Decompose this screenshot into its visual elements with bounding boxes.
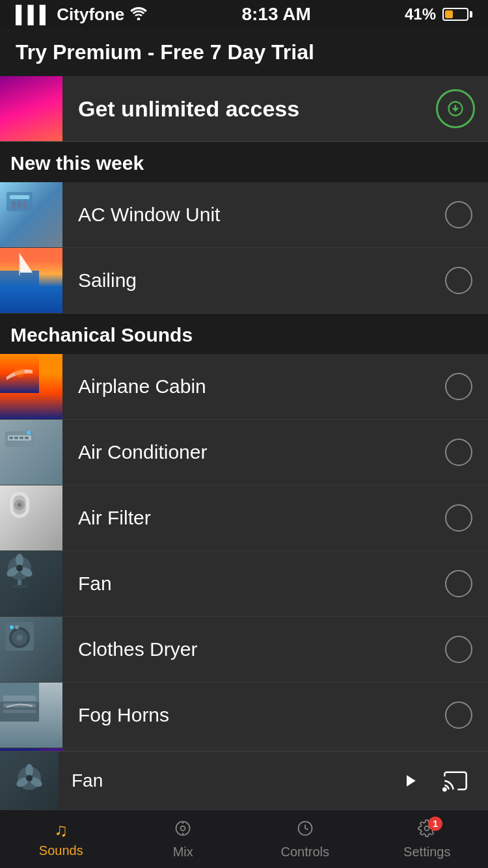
sound-radio-fan[interactable] <box>445 570 472 597</box>
tab-mix-label: Mix <box>173 845 193 860</box>
status-left: ▌▌▌ Cityfone <box>16 5 148 25</box>
tab-settings-label: Settings <box>403 845 450 860</box>
svg-point-50 <box>26 775 33 781</box>
thumb-air-filter <box>0 485 62 550</box>
thumb-fan <box>0 551 62 616</box>
svg-point-9 <box>8 252 18 259</box>
signal-icon: ▌▌▌ <box>16 5 51 25</box>
tab-sounds[interactable]: ♫ Sounds <box>0 810 122 868</box>
svg-rect-40 <box>3 710 36 713</box>
svg-point-18 <box>27 431 31 435</box>
mix-icon <box>174 819 192 842</box>
now-playing-bar: Fan <box>0 751 488 809</box>
sounds-icon: ♫ <box>54 820 68 841</box>
svg-rect-17 <box>25 437 29 439</box>
premium-arrow-icon[interactable] <box>436 89 475 128</box>
svg-point-11 <box>14 367 25 377</box>
svg-point-35 <box>15 625 19 629</box>
try-premium-label: Try Premium - Free 7 Day Trial <box>16 40 314 64</box>
svg-rect-3 <box>12 201 16 209</box>
sound-label-sailing: Sailing <box>62 269 445 292</box>
sound-item-airplane[interactable]: Airplane Cabin <box>0 354 488 420</box>
svg-point-53 <box>181 826 185 830</box>
play-button[interactable] <box>390 761 429 800</box>
wifi-icon <box>129 5 148 25</box>
svg-rect-15 <box>14 437 18 439</box>
sound-radio-dryer[interactable] <box>445 636 472 663</box>
svg-point-22 <box>18 503 21 507</box>
sound-item-fog[interactable]: Fog Horns <box>0 683 488 748</box>
sound-label-dryer: Clothes Dryer <box>62 638 445 660</box>
sound-label-air-cond: Air Conditioner <box>62 441 445 463</box>
sound-item-air-filter[interactable]: Air Filter <box>0 485 488 551</box>
tab-bar: ♫ Sounds Mix Controls <box>0 809 488 868</box>
svg-point-27 <box>16 565 23 571</box>
premium-banner[interactable]: Get unlimited access <box>0 76 488 142</box>
sound-item-dryer[interactable]: Clothes Dryer <box>0 617 488 683</box>
sound-label-air-filter: Air Filter <box>62 507 445 529</box>
now-playing-label: Fan <box>59 770 390 791</box>
premium-banner-title: Get unlimited access <box>78 96 420 122</box>
svg-marker-7 <box>20 253 33 273</box>
svg-point-33 <box>16 634 23 641</box>
svg-point-34 <box>10 625 14 629</box>
premium-banner-content: Get unlimited access <box>62 83 436 135</box>
settings-badge-container: 1 <box>418 819 436 842</box>
battery-percent: 41% <box>405 5 436 23</box>
try-premium-header[interactable]: Try Premium - Free 7 Day Trial <box>0 29 488 76</box>
status-right: 41% <box>405 5 472 23</box>
status-bar: ▌▌▌ Cityfone 8:13 AM 41% <box>0 0 488 29</box>
svg-rect-38 <box>3 696 36 701</box>
thumb-ac-window <box>0 182 62 247</box>
cast-button[interactable] <box>429 761 481 800</box>
tab-controls-label: Controls <box>281 845 329 860</box>
svg-rect-4 <box>18 201 21 209</box>
tab-mix[interactable]: Mix <box>122 810 245 868</box>
tab-settings[interactable]: 1 Settings <box>366 810 489 868</box>
now-playing-thumb <box>0 752 59 810</box>
thumb-airplane <box>0 354 62 419</box>
thumb-air-cond <box>0 420 62 485</box>
sound-radio-air-cond[interactable] <box>445 439 472 466</box>
svg-rect-16 <box>20 437 23 439</box>
section-header-new: New this week <box>0 142 488 182</box>
svg-rect-2 <box>10 195 29 199</box>
tab-controls[interactable]: Controls <box>244 810 366 868</box>
sound-label-fog: Fog Horns <box>62 704 445 726</box>
sound-item-sailing[interactable]: Sailing <box>0 248 488 314</box>
controls-icon <box>296 819 314 842</box>
carrier-label: Cityfone <box>57 5 124 25</box>
sound-label-ac-window: AC Window Unit <box>62 204 445 226</box>
svg-point-0 <box>137 18 141 20</box>
thumb-fog <box>0 683 62 748</box>
sound-item-air-cond[interactable]: Air Conditioner <box>0 420 488 485</box>
thumb-dryer <box>0 617 62 682</box>
premium-banner-thumb <box>0 76 62 141</box>
sound-radio-ac-window[interactable] <box>445 201 472 228</box>
sound-label-fan: Fan <box>62 573 445 595</box>
svg-rect-14 <box>9 437 13 439</box>
tab-sounds-label: Sounds <box>39 843 83 858</box>
svg-rect-29 <box>12 585 27 588</box>
section-header-mechanical: Mechanical Sounds <box>0 314 488 354</box>
svg-point-51 <box>442 787 447 792</box>
status-time: 8:13 AM <box>241 4 310 25</box>
sound-label-airplane: Airplane Cabin <box>62 375 445 398</box>
sound-item-ac-window[interactable]: AC Window Unit <box>0 182 488 248</box>
sound-radio-sailing[interactable] <box>445 267 472 294</box>
battery-icon <box>442 8 472 21</box>
settings-badge: 1 <box>428 817 442 831</box>
svg-rect-5 <box>23 201 27 209</box>
thumb-sailing <box>0 248 62 313</box>
sound-radio-air-filter[interactable] <box>445 504 472 532</box>
sound-item-fan[interactable]: Fan <box>0 551 488 617</box>
sound-radio-airplane[interactable] <box>445 373 472 400</box>
sound-radio-fog[interactable] <box>445 701 472 729</box>
